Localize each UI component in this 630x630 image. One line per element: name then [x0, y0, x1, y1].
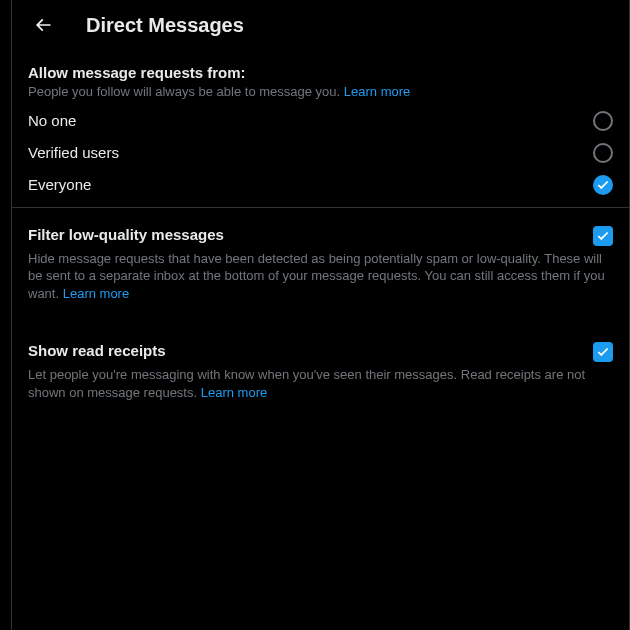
check-icon — [596, 178, 610, 192]
allow-requests-subtext: People you follow will always be able to… — [28, 83, 613, 101]
filter-low-quality-row: Filter low-quality messages — [12, 214, 629, 250]
read-receipts-learn-more-link[interactable]: Learn more — [201, 385, 267, 400]
back-button[interactable] — [26, 8, 60, 42]
header: Direct Messages — [12, 0, 629, 52]
filter-learn-more-link[interactable]: Learn more — [63, 286, 129, 301]
option-label: Verified users — [28, 144, 119, 161]
radio-no-one[interactable] — [593, 111, 613, 131]
radio-verified[interactable] — [593, 143, 613, 163]
filter-low-quality-desc-block: Hide message requests that have been det… — [12, 250, 629, 315]
settings-panel: Direct Messages Allow message requests f… — [11, 0, 630, 630]
filter-low-quality-title: Filter low-quality messages — [28, 226, 224, 243]
read-receipts-desc: Let people you're messaging with know wh… — [28, 367, 585, 400]
radio-everyone[interactable] — [593, 175, 613, 195]
option-label: Everyone — [28, 176, 91, 193]
allow-requests-learn-more-link[interactable]: Learn more — [344, 84, 410, 99]
filter-low-quality-checkbox[interactable] — [593, 226, 613, 246]
read-receipts-title: Show read receipts — [28, 342, 166, 359]
arrow-left-icon — [33, 15, 53, 35]
option-verified[interactable]: Verified users — [12, 137, 629, 169]
allow-requests-desc: People you follow will always be able to… — [28, 84, 344, 99]
page-title: Direct Messages — [86, 14, 244, 37]
read-receipts-desc-block: Let people you're messaging with know wh… — [12, 366, 629, 413]
option-label: No one — [28, 112, 76, 129]
allow-requests-section: Allow message requests from: People you … — [12, 52, 629, 105]
option-everyone[interactable]: Everyone — [12, 169, 629, 201]
allow-requests-title: Allow message requests from: — [28, 64, 613, 81]
read-receipts-row: Show read receipts — [12, 330, 629, 366]
read-receipts-checkbox[interactable] — [593, 342, 613, 362]
divider — [12, 207, 629, 208]
check-icon — [596, 345, 610, 359]
check-icon — [596, 229, 610, 243]
spacer — [12, 314, 629, 330]
option-no-one[interactable]: No one — [12, 105, 629, 137]
